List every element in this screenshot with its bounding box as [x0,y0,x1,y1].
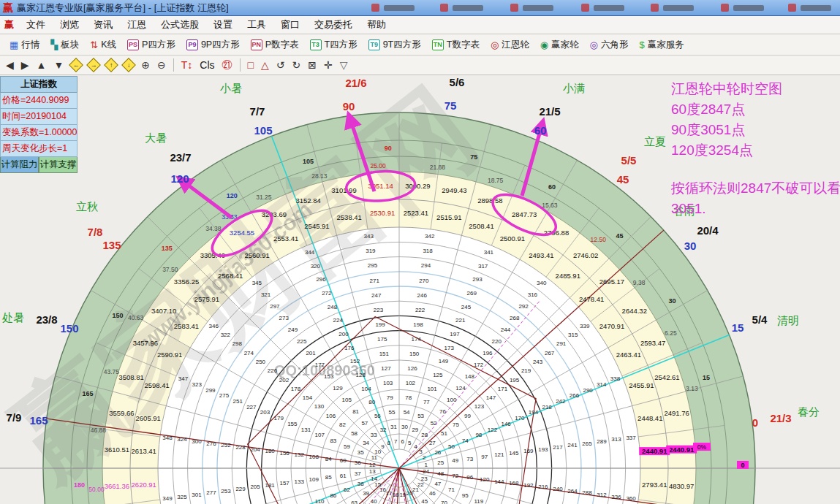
menu-0[interactable]: 文件 [20,17,52,33]
svg-text:2440.91: 2440.91 [642,447,667,455]
svg-text:6: 6 [401,438,405,445]
svg-text:120: 120 [227,192,238,199]
svg-text:5: 5 [408,440,412,446]
svg-text:275: 275 [219,392,230,399]
zoom-out-icon[interactable]: ⊖ [157,59,166,71]
svg-text:50.00: 50.00 [88,486,105,493]
calc-resistance-button[interactable]: 计算阻力 [0,157,39,173]
toolbar-button-赢家服务[interactable]: $赢家服务 [634,37,689,53]
svg-text:177: 177 [315,362,325,368]
svg-text:46.88: 46.88 [91,427,107,434]
toolbar-button-P数字表[interactable]: PNP数字表 [246,37,304,53]
svg-text:7/8: 7/8 [88,226,103,238]
triangle-tool-icon[interactable]: △ [261,59,269,71]
toolbar-button-P四方形[interactable]: PSP四方形 [122,37,181,53]
svg-text:294: 294 [421,262,431,269]
svg-text:200: 200 [338,331,349,337]
toolbar-button-9T四方形[interactable]: T99T四方形 [363,37,426,53]
svg-text:2613.41: 2613.41 [132,447,156,455]
svg-text:178: 178 [291,386,301,392]
toolbar-button-T四方形[interactable]: T3T四方形 [305,37,363,53]
menu-8[interactable]: 交易委托 [308,17,359,33]
svg-text:101: 101 [427,386,437,392]
clear-tool-icon[interactable]: ▽ [340,59,348,71]
svg-text:2: 2 [423,454,426,461]
svg-text:30: 30 [684,240,697,252]
calc-support-button[interactable]: 计算支撑 [39,157,77,173]
svg-text:313: 313 [611,436,621,443]
svg-text:229: 229 [235,486,246,492]
svg-text:349: 349 [162,495,173,502]
cls-button[interactable]: Cls [200,59,214,71]
svg-text:2455.91: 2455.91 [629,381,654,389]
rotate-ccw-icon[interactable]: ↺ [276,59,285,71]
svg-text:2448.41: 2448.41 [637,414,662,422]
panel-row-2: 变换系数=1.00000 [0,125,77,141]
pan-right-icon[interactable]: → [86,58,101,72]
svg-text:17: 17 [385,490,392,497]
axis-toggle-icon[interactable]: T↕ [181,59,193,71]
svg-text:3: 3 [419,448,423,455]
menu-7[interactable]: 窗口 [274,17,306,33]
menu-2[interactable]: 资讯 [87,17,119,33]
svg-text:197: 197 [450,331,460,337]
svg-text:25.00: 25.00 [370,162,386,169]
svg-text:2493.41: 2493.41 [529,251,553,259]
expand-icon[interactable]: ⊠ [308,59,317,71]
svg-text:105: 105 [303,158,314,165]
toolbar-button-六角形[interactable]: ◎六角形 [585,37,634,53]
svg-text:240: 240 [553,486,563,492]
svg-text:59: 59 [344,443,350,450]
square-tool-icon[interactable]: □ [248,59,254,71]
pan-left-icon[interactable]: ← [69,58,83,72]
nav-down-icon[interactable]: ▼ [53,59,64,71]
menu-9[interactable]: 帮助 [360,17,393,33]
svg-text:75: 75 [453,421,459,428]
nav-left-icon[interactable]: ◀ [6,59,14,71]
toolbar-button-行情[interactable]: ▦行情 [4,37,45,53]
menu-6[interactable]: 工具 [241,17,273,33]
svg-text:春分: 春分 [798,405,820,418]
calendar-icon[interactable]: ㉑ [222,59,232,71]
menu-3[interactable]: 江恩 [121,17,153,33]
zoom-in-icon[interactable]: ⊕ [141,59,150,71]
svg-text:22: 22 [417,481,424,488]
toolbar-button-K线[interactable]: ⇅K线 [85,37,121,53]
gann-wheel-canvas[interactable]: 赢家财富网www.yingjia360.comQQ:10089036012345… [0,0,840,504]
rotate-cw-icon[interactable]: ↻ [292,59,301,71]
svg-text:251: 251 [233,398,243,405]
svg-text:36: 36 [355,459,361,466]
svg-text:125: 125 [433,372,443,378]
menu-1[interactable]: 浏览 [53,17,86,33]
svg-text:9.38: 9.38 [633,279,646,286]
svg-text:341: 341 [484,249,494,256]
svg-text:124: 124 [455,385,466,392]
toolbar-button-赢家轮[interactable]: ◉赢家轮 [535,37,584,53]
svg-text:48: 48 [437,470,444,477]
svg-text:102: 102 [406,380,416,386]
svg-text:201: 201 [306,350,316,356]
toolbar-button-江恩轮[interactable]: ◎江恩轮 [485,37,534,53]
menu-4[interactable]: 公式选股 [154,17,205,33]
svg-text:2746.02: 2746.02 [573,251,598,259]
nav-right-icon[interactable]: ▶ [21,59,29,71]
winner-wheel-icon: ◉ [540,39,548,50]
menu-bar: 赢 文件浏览资讯江恩公式选股设置工具窗口交易委托帮助 [0,16,840,34]
pan-down-icon[interactable]: ↓ [121,58,136,72]
menu-5[interactable]: 设置 [207,17,239,33]
shrink-icon[interactable]: ✛ [324,59,333,71]
pan-up-icon[interactable]: ↑ [104,58,118,72]
svg-text:145: 145 [509,450,519,457]
svg-text:120: 120 [480,476,490,483]
toolbar-button-T数字表[interactable]: TNT数字表 [427,37,485,53]
svg-text:21/6: 21/6 [345,77,366,89]
toolbar-button-板块[interactable]: ▚板块 [45,37,84,53]
svg-text:268: 268 [510,315,520,321]
toolbar-button-9P四方形[interactable]: P99P四方形 [181,37,245,53]
svg-text:0: 0 [752,416,758,429]
svg-text:6.25: 6.25 [665,329,677,337]
svg-text:30: 30 [401,424,408,430]
svg-text:76: 76 [439,408,446,415]
svg-text:2560.91: 2560.91 [244,251,269,259]
nav-up-icon[interactable]: ▲ [37,59,47,71]
